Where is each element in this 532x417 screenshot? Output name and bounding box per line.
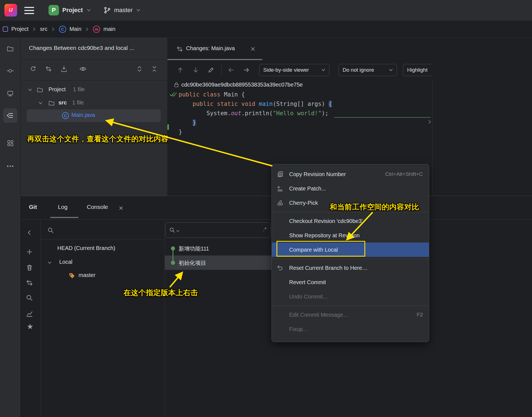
breadcrumb-item-src[interactable]: src [40, 26, 47, 32]
regex-toggle[interactable]: .* [263, 226, 267, 232]
menu-item-undo-commit: Undo Commit… [272, 289, 429, 304]
menu-item-reset-current-branch-to-here[interactable]: Reset Current Branch to Here… [272, 261, 429, 275]
more-icon [6, 165, 14, 168]
structure-tool-button[interactable] [4, 137, 16, 149]
breadcrumb-item-project[interactable]: Project [3, 26, 28, 32]
project-tool-button[interactable] [4, 43, 16, 55]
refresh-button[interactable] [29, 65, 37, 74]
branch-row-master[interactable]: master [41, 270, 165, 282]
branch-row-head[interactable]: HEAD (Current Branch) [41, 243, 165, 255]
breadcrumb-item-main-class[interactable]: C Main [59, 26, 81, 33]
annotation-file-tip: 再双击这个文件，查看这个文件的对比内容 [27, 134, 168, 144]
viewer-mode-dropdown[interactable]: Side-by-side viewer [259, 64, 329, 76]
highlight-mode-dropdown[interactable]: Highlight [403, 64, 432, 76]
menu-item-copy-revision-number[interactable]: Copy Revision NumberCtrl+Alt+Shift+C [272, 167, 429, 181]
menu-item-checkout-revision-cdc90be3[interactable]: Checkout Revision 'cdc90be3' [272, 214, 429, 228]
lock-icon [174, 82, 179, 88]
commit-tool-button[interactable] [4, 65, 16, 77]
menu-separator [272, 306, 429, 306]
expand-pane-icon[interactable] [428, 119, 432, 124]
code-line: System.out.println("Hello world!"); [179, 109, 332, 118]
code-block[interactable]: public class Main { public static void m… [179, 90, 332, 137]
tree-file-label: Main.java [71, 112, 95, 118]
chevron-left-icon [26, 229, 33, 236]
tree-row-main-java[interactable]: C Main.java [27, 109, 161, 122]
ide-window: IJ P Project master Project src C M [0, 0, 532, 417]
code-line: public static void main(String[] args) { [179, 99, 332, 109]
menu-item-show-repository-at-revision[interactable]: Show Repository at Revision [272, 228, 429, 243]
chart-button[interactable] [26, 310, 33, 318]
tree-node-label: Project [49, 86, 66, 93]
previous-change-button[interactable] [177, 66, 184, 75]
more-tool-windows-button[interactable] [4, 160, 16, 172]
chevron-down-icon [38, 101, 43, 105]
menu-item-create-patch[interactable]: Create Patch... [272, 181, 429, 196]
diff-icon [176, 45, 183, 53]
chevron-down-icon [389, 69, 393, 71]
get-from-revision-button[interactable] [60, 65, 68, 74]
menu-item-shortcut: Ctrl+Alt+Shift+C [385, 171, 423, 177]
active-tab-underline [167, 59, 262, 60]
next-change-button[interactable] [192, 66, 199, 75]
revision-hash: cdc90be3609ae9dbcb8895538353a39ec07be75e [181, 82, 303, 88]
collapse-panel-button[interactable] [26, 229, 33, 238]
add-button[interactable] [26, 248, 33, 257]
structure-icon [7, 139, 14, 147]
breadcrumb-label: main [103, 26, 115, 32]
trash-icon [26, 264, 33, 271]
close-icon[interactable] [119, 206, 123, 210]
class-icon: C [59, 26, 66, 33]
pull-requests-tool-button[interactable] [4, 87, 16, 99]
code-line: } [179, 127, 332, 137]
breadcrumb-separator-icon [85, 27, 89, 31]
compare-branches-button[interactable] [26, 279, 33, 288]
tree-row-src[interactable]: src 1 file [21, 97, 167, 109]
commit-graph-node [171, 246, 175, 251]
expand-all-button[interactable] [136, 65, 143, 74]
preview-diff-button[interactable] [79, 65, 87, 74]
menu-item-label: Edit Commit Message… [289, 312, 349, 318]
breadcrumb: Project src C Main m main [0, 21, 532, 38]
forward-button[interactable] [243, 66, 250, 75]
edit-source-button[interactable] [208, 66, 215, 75]
collapse-all-button[interactable] [151, 65, 158, 74]
module-icon [3, 26, 8, 32]
git-tool-button[interactable] [3, 108, 17, 123]
tab-git[interactable]: Git [29, 204, 37, 210]
tool-window-stripe [0, 38, 21, 417]
favorites-button[interactable]: ★ [27, 322, 33, 331]
active-tab-underline [50, 217, 79, 218]
search-button[interactable] [26, 294, 33, 303]
tree-row-project[interactable]: Project 1 file [21, 84, 167, 96]
branch-widget[interactable]: master [101, 3, 143, 17]
project-widget[interactable]: P Project [46, 3, 93, 17]
ignore-whitespace-dropdown[interactable]: Do not ignore [338, 64, 397, 76]
menu-item-revert-commit[interactable]: Revert Commit [272, 275, 429, 289]
menu-item-label: Checkout Revision 'cdc90be3' [289, 218, 363, 224]
chevron-down-icon [321, 69, 325, 71]
close-icon[interactable] [251, 47, 255, 51]
tab-log[interactable]: Log [58, 204, 68, 210]
app-logo-icon[interactable]: IJ [4, 4, 17, 17]
breadcrumb-label: Main [69, 26, 81, 32]
tab-console[interactable]: Console [87, 204, 108, 210]
branch-search-icon[interactable] [47, 227, 54, 234]
delete-button[interactable] [26, 264, 33, 273]
back-button[interactable] [227, 66, 235, 75]
tree-node-count: 1 file [72, 99, 84, 106]
highlight-mode-label: Highlight [407, 67, 428, 73]
breadcrumb-item-main-method[interactable]: m main [93, 26, 115, 33]
compare-button[interactable] [45, 65, 52, 74]
commit-message: 新增功能111 [179, 245, 209, 252]
compare-icon [45, 65, 52, 72]
commit-filter-input[interactable]: .* [165, 222, 271, 238]
editor-tab-changes-main-java[interactable]: Changes: Main.java [167, 38, 262, 60]
main-toolbar: IJ P Project master [0, 0, 532, 21]
menu-item-label: Show Repository at Revision [289, 232, 360, 239]
branch-group-local[interactable]: Local [41, 257, 165, 269]
diff-pane-divider[interactable] [432, 80, 432, 196]
copy-icon [276, 170, 284, 178]
diff-change-underline [334, 117, 431, 118]
main-menu-button[interactable] [24, 5, 36, 16]
eye-icon [79, 65, 87, 72]
